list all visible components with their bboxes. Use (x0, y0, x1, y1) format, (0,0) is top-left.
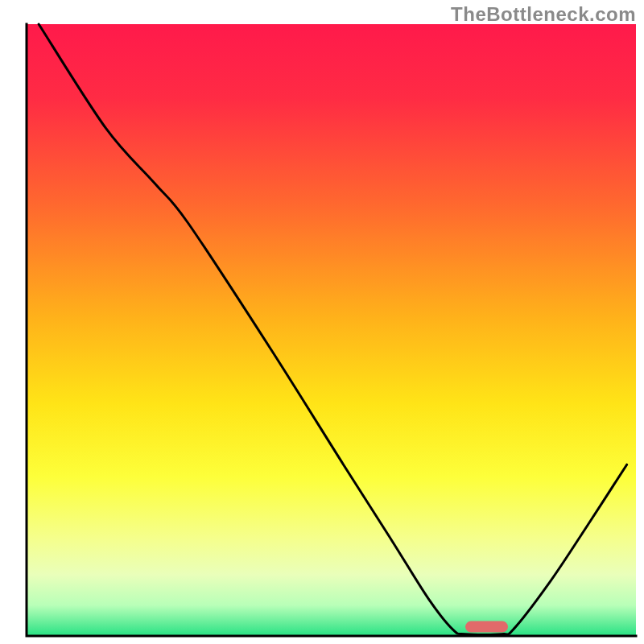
optimal-range-marker (465, 621, 508, 633)
bottleneck-chart: TheBottleneck.com (0, 0, 644, 644)
gradient-background (27, 24, 636, 636)
watermark-text: TheBottleneck.com (451, 3, 636, 26)
chart-canvas (0, 0, 644, 644)
plot-area (27, 24, 636, 636)
